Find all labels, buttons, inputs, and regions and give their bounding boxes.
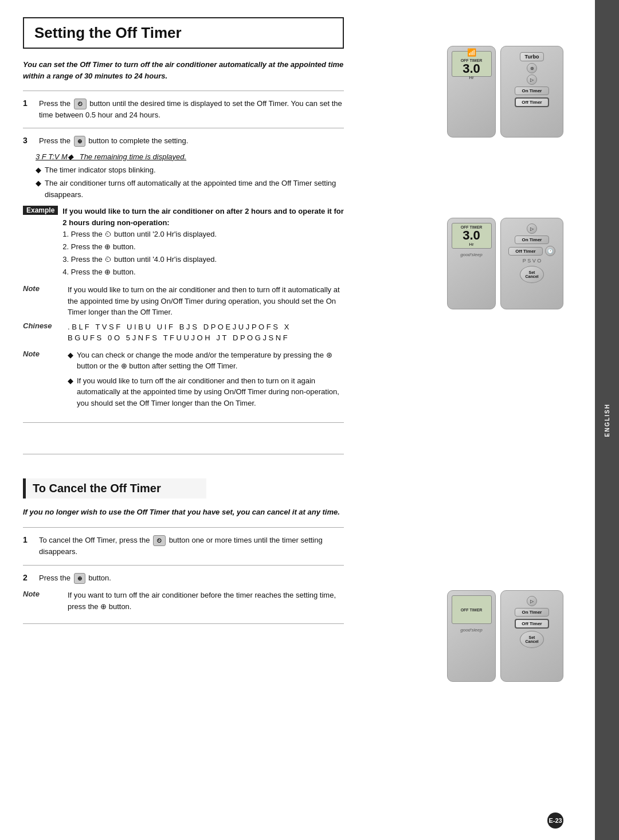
mode-button-mid: ▷ [527,223,537,234]
page-number: E-23 [547,812,563,829]
remote-body-mid: OFF TIMER 3.0 Hr good'sleep [447,218,496,309]
cancel-note-tag: Note [23,590,63,598]
off-timer-button-bot: Off Timer [515,619,549,629]
spacer-1 [23,430,572,447]
example-item-1: 1. Press the ⏲ button until '2.0 Hr'is d… [62,228,344,241]
section-title-box: Setting the Off Timer [23,17,344,49]
remote-controls-top: 📶 OFF TIMER 3.0 Hr Turbo ⊛ ▷ On Timer Of… [447,46,563,138]
cancel-note-row: Note If you want to turn off the air con… [23,590,344,612]
remote-controls-bot: OFF TIMER good'sleep ▷ On Timer Off Time… [447,590,563,682]
off-timer-icon-3: ⏲ [104,255,112,264]
example-row: Example If you would like to turn the ai… [23,206,344,278]
page-number-area: E-23 [547,812,563,829]
cancel-step-2-row: 2 Press the ⊕ button. [23,572,344,584]
divider-7 [23,623,344,624]
note-2-bullet-1: ◆ You can check or change the mode and/o… [68,350,344,372]
sleep-label-bot: good'sleep [460,627,482,633]
set-icon-2: ⊕ [104,242,111,251]
chinese-row: Chinese . B L F T V S F U I B U U I F B … [23,321,344,344]
note-bullet-icon-2: ◆ [68,375,73,387]
on-timer-button-bot: On Timer [515,608,549,617]
off-timer-label-bot: OFF TIMER [461,608,483,612]
step-1-number: 1 [23,99,36,108]
off-timer-icon-1: ⏲ [74,99,87,109]
divider-3 [23,422,344,423]
sleep-label-mid: good'sleep [460,252,482,257]
remote-body-bot: OFF TIMER good'sleep [447,590,496,682]
step-3-number: 3 [23,136,36,145]
divider-5 [23,527,344,528]
remote-controls-mid: OFF TIMER 3.0 Hr good'sleep ▷ On Timer O… [447,218,563,309]
set-icon-1: ⊕ [74,136,85,147]
clock-icon-mid: 🕐 [545,246,555,256]
on-timer-button-mid: On Timer [515,235,549,244]
bullet-icon-2: ◆ [36,178,41,189]
step-1-row: 1 Press the ⏲ button until the desired t… [23,98,344,121]
note-bullet-icon-1: ◆ [68,350,73,361]
chinese-content: . B L F T V S F U I B U U I F B J S D P … [68,321,289,344]
set-icon-cancel: ⊕ [74,573,85,584]
example-item-4: 4. Press the ⊕ button. [62,266,344,278]
fan-button-top: ⊛ [527,63,537,73]
cancel-note-content: If you want to turn off the air conditio… [68,590,344,612]
note-2-tag: Note [23,350,63,358]
turbo-button-top: Turbo [520,52,544,61]
example-item-3: 3. Press the ⏲ button until '4.0 Hr'is d… [62,253,344,266]
sub-text-2: The air conditioner turns off automatica… [45,178,344,200]
note-1-tag: Note [23,284,63,293]
divider-6 [23,565,344,566]
example-content: If you would like to turn the air condit… [62,206,344,278]
divider-4 [23,454,344,454]
sidebar-language-label: ENGLISH [604,403,610,437]
remote-screen-top: 📶 OFF TIMER 3.0 Hr [452,51,492,77]
note-2-bullet-2: ◆ If you would like to turn off the air … [68,375,344,409]
display-code: 3 F T:V M◆ The remaining time is display… [36,152,572,161]
sub-bullet-2: ◆ The air conditioner turns off automati… [36,178,344,200]
note-2-text-2: If you would like to turn off the air co… [77,375,344,409]
timer-unit-mid: Hr [469,242,473,247]
psvo-label: P S V O [523,258,541,264]
cancel-title: To Cancel the Off Timer [33,482,199,495]
set-icon-note: ⊕ [100,602,107,611]
cancel-section-title-box: To Cancel the Off Timer [23,478,206,498]
off-timer-icon-cancel: ⏲ [153,535,166,546]
set-cancel-button-mid: SetCancel [520,266,544,283]
cancel-step-1-row: 1 To cancel the Off Timer, press the ⏲ b… [23,535,344,558]
mode-icon: ⊛ [326,351,332,359]
page-title: Setting the Off Timer [34,24,332,42]
cancel-step-2-text: Press the ⊕ button. [39,572,111,584]
cancel-step-1-number: 1 [23,535,36,544]
cancel-step-1-text: To cancel the Off Timer, press the ⏲ but… [39,535,344,558]
example-tag: Example [23,206,58,215]
intro-paragraph: You can set the Off Timer to turn off th… [23,59,344,81]
temp-icon: ⊕ [121,362,127,370]
right-sidebar: ENGLISH [595,0,619,840]
sub-text-1: The timer indicator stops blinking. [45,164,156,176]
off-timer-row-mid: Off Timer 🕐 [508,245,555,257]
step-1-text: Press the ⏲ button until the desired tim… [39,98,344,121]
note-1-row: Note If you would like to turn on the ai… [23,284,344,318]
chinese-tag: Chinese [23,321,63,330]
sub-bullet-1: ◆ The timer indicator stops blinking. [36,164,344,176]
note-1-content: If you would like to turn on the air con… [68,284,344,318]
mode-button-bot: ▷ [527,596,537,606]
note-2-text-1: You can check or change the mode and/or … [77,350,344,372]
remote-buttons-top: Turbo ⊛ ▷ On Timer Off Timer [500,46,563,138]
off-timer-button-top: Off Timer [515,97,549,107]
bullet-icon-1: ◆ [36,164,41,176]
on-timer-button-top: On Timer [515,87,549,95]
cancel-step-2-number: 2 [23,573,36,582]
timer-display-mid: 3.0 [463,229,480,242]
remote-body-top: 📶 OFF TIMER 3.0 Hr [447,46,496,138]
set-icon-3: ⊕ [104,268,111,276]
set-cancel-button-bot: SetCancel [520,631,544,648]
example-title: If you would like to turn the air condit… [62,207,343,227]
step-3-text: Press the ⊕ button to complete the setti… [39,135,188,147]
off-timer-button-mid: Off Timer [508,247,543,256]
timer-unit-top: Hr [469,75,473,80]
remote-buttons-bot: ▷ On Timer Off Timer SetCancel [500,590,563,682]
note-2-row: Note ◆ You can check or change the mode … [23,350,344,411]
note-2-content: ◆ You can check or change the mode and/o… [68,350,344,411]
main-content: Setting the Off Timer 📶 OFF TIMER 3.0 Hr… [0,0,595,840]
example-item-2: 2. Press the ⊕ button. [62,241,344,253]
